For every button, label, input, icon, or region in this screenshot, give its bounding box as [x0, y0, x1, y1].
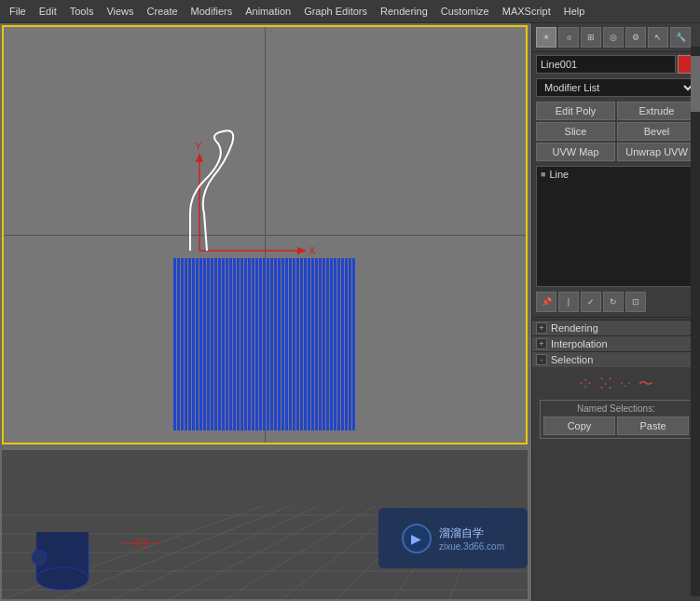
- unwrap-uvw-button[interactable]: Unwrap UVW: [617, 143, 696, 161]
- circle-icon[interactable]: ◎: [603, 27, 624, 48]
- blue-lines-area: [173, 258, 360, 430]
- extrude-button[interactable]: Extrude: [617, 102, 696, 120]
- expand-icon[interactable]: |: [558, 292, 579, 312]
- vertex-icon-4[interactable]: 〜: [638, 375, 653, 394]
- watermark: ▶ 溜溜自学 zixue.3d66.com: [378, 508, 528, 568]
- selection-toggle[interactable]: -: [536, 354, 547, 365]
- settings-icon[interactable]: ⚙: [625, 27, 646, 48]
- paste-selection-button[interactable]: Paste: [617, 417, 689, 435]
- cycle-icon[interactable]: ↻: [603, 292, 624, 312]
- menu-rendering[interactable]: Rendering: [375, 4, 433, 19]
- menu-animation[interactable]: Animation: [240, 4, 296, 19]
- named-selections-label: Named Selections:: [543, 403, 689, 414]
- interpolation-toggle[interactable]: +: [536, 338, 547, 349]
- bevel-button[interactable]: Bevel: [617, 122, 696, 141]
- view-icon[interactable]: ⊡: [625, 292, 646, 312]
- interpolation-label: Interpolation: [551, 338, 608, 349]
- vertex-icon-3[interactable]: ·.·: [620, 375, 631, 394]
- slice-button[interactable]: Slice: [536, 122, 615, 141]
- menu-edit[interactable]: Edit: [34, 4, 62, 19]
- icon-strip: 📌 | ✓ ↻ ⊡: [532, 289, 700, 315]
- modifier-buttons-grid: Edit Poly Extrude Slice Bevel UVW Map Un…: [532, 99, 700, 164]
- menu-views[interactable]: Views: [101, 4, 139, 19]
- watermark-line2: zixue.3d66.com: [439, 541, 504, 552]
- tree-item-label: Line: [549, 169, 569, 180]
- modifier-tree[interactable]: ■ Line: [536, 166, 696, 287]
- interpolation-section-header[interactable]: + Interpolation: [532, 335, 700, 351]
- toolbar-icons-row: ☀ ⌾ ⊞ ◎ ⚙ ↖ 🔧: [532, 23, 700, 52]
- rendering-label: Rendering: [551, 322, 598, 334]
- watermark-line1: 溜溜自学: [439, 525, 504, 541]
- grid-icon[interactable]: ⊞: [581, 27, 601, 48]
- svg-point-23: [36, 567, 89, 590]
- svg-text:X: X: [309, 245, 316, 256]
- menu-graph[interactable]: Graph Editors: [298, 4, 373, 19]
- menu-maxscript[interactable]: MAXScript: [497, 4, 556, 19]
- cursor-icon[interactable]: ↖: [648, 27, 668, 48]
- menu-modifiers[interactable]: Modifiers: [185, 4, 239, 19]
- vertex-icons: ·:· ⁚·⁚ ·.· 〜: [536, 371, 696, 398]
- edit-poly-button[interactable]: Edit Poly: [536, 102, 615, 120]
- tree-item-line[interactable]: ■ Line: [537, 167, 695, 182]
- right-panel: ☀ ⌾ ⊞ ◎ ⚙ ↖ 🔧 Modifier List Edit Poly Ex…: [531, 23, 700, 601]
- named-selections-group: Named Selections: Copy Paste: [540, 400, 693, 439]
- menu-tools[interactable]: Tools: [64, 4, 100, 19]
- menu-customize[interactable]: Customize: [435, 4, 495, 19]
- scrollbar-thumb[interactable]: [691, 56, 700, 112]
- rendering-section-header[interactable]: + Rendering: [532, 320, 700, 335]
- vertex-icon-1[interactable]: ·:·: [579, 375, 591, 394]
- menu-file[interactable]: File: [4, 4, 32, 19]
- modifier-dropdown[interactable]: Modifier List: [536, 78, 696, 97]
- pin-icon[interactable]: 📌: [536, 292, 556, 312]
- viewport-top[interactable]: Y X: [2, 25, 528, 444]
- separator-1: [532, 317, 700, 318]
- sun-icon[interactable]: ☀: [536, 27, 556, 48]
- rendering-toggle[interactable]: +: [536, 322, 547, 334]
- curve-shape: [144, 130, 274, 279]
- watermark-logo: ▶: [402, 524, 432, 553]
- selection-label: Selection: [551, 354, 593, 365]
- watermark-text-block: 溜溜自学 zixue.3d66.com: [439, 525, 504, 552]
- svg-marker-3: [297, 247, 307, 254]
- tree-bullet-icon: ■: [541, 170, 545, 179]
- selection-section-header[interactable]: - Selection: [532, 351, 700, 367]
- camera-icon[interactable]: ⌾: [558, 27, 579, 48]
- uvw-map-button[interactable]: UVW Map: [536, 143, 615, 161]
- check-icon[interactable]: ✓: [581, 292, 601, 312]
- named-sel-buttons: Copy Paste: [543, 417, 689, 435]
- vertex-icon-2[interactable]: ⁚·⁚: [599, 375, 612, 394]
- menu-help[interactable]: Help: [558, 4, 591, 19]
- copy-selection-button[interactable]: Copy: [543, 417, 615, 435]
- menu-create[interactable]: Create: [142, 4, 184, 19]
- object-name-row: [532, 52, 700, 76]
- object-name-input[interactable]: [536, 55, 676, 74]
- panel-scrollbar[interactable]: [691, 47, 700, 596]
- selection-content: ·:· ⁚·⁚ ·.· 〜 Named Selections: Copy Pas…: [532, 367, 700, 444]
- modifier-list-row: Modifier List: [532, 76, 700, 99]
- watermark-play-icon: ▶: [411, 531, 421, 546]
- svg-point-26: [32, 550, 47, 565]
- top-menubar: File Edit Tools Views Create Modifiers A…: [0, 0, 700, 23]
- wrench-icon[interactable]: 🔧: [670, 27, 691, 48]
